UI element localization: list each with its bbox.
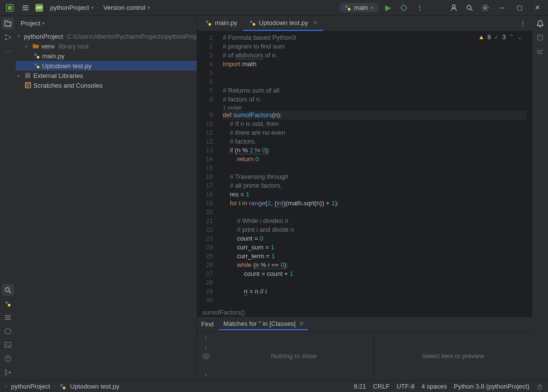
svg-point-33 <box>60 384 63 386</box>
left-toolwindow-rail: ⋯ <box>0 16 16 380</box>
app-icon[interactable] <box>4 2 16 14</box>
svg-point-3 <box>348 8 350 10</box>
tree-root[interactable]: ▾ pythonProject C:\Users\Alberto\Pycharm… <box>16 31 197 41</box>
svg-point-8 <box>5 34 7 36</box>
code-with-me-icon[interactable] <box>448 2 460 14</box>
structure-tool-icon[interactable] <box>2 31 14 43</box>
python-file-icon <box>33 52 40 59</box>
menu-icon[interactable] <box>20 2 31 14</box>
svg-point-13 <box>8 304 10 306</box>
settings-icon[interactable] <box>479 2 491 14</box>
status-interpreter[interactable]: Python 3.8 (pythonProject) <box>454 383 529 390</box>
panel-header[interactable]: Project ▾ <box>16 16 197 30</box>
code-editor[interactable]: ▲ 8 ✓ 3 ⌃ ⌄ 1234567891011121314151617181… <box>197 31 532 308</box>
minimize-button[interactable]: ─ <box>495 2 509 14</box>
close-tab-icon[interactable]: ✕ <box>313 20 317 26</box>
code-content[interactable]: # Formula based Python3# program to find… <box>217 31 532 308</box>
tree-file-main[interactable]: main.py <box>16 51 197 61</box>
run-config-selector[interactable]: main ▾ <box>339 3 378 12</box>
packages-tool-icon[interactable] <box>2 312 14 323</box>
svg-point-17 <box>5 373 7 375</box>
find-preview: Select item to preview <box>374 332 533 380</box>
nav-up-icon[interactable]: ⌃ <box>509 33 514 41</box>
svg-rect-1 <box>8 6 12 10</box>
svg-point-6 <box>467 5 471 9</box>
status-project[interactable]: pythonProject <box>11 383 51 390</box>
database-icon[interactable] <box>534 31 546 43</box>
services-tool-icon[interactable] <box>2 325 14 337</box>
python-console-icon[interactable] <box>2 298 14 310</box>
vcs-label: Version control <box>104 4 146 11</box>
tree-venv[interactable]: ▸ venv library root <box>16 41 197 51</box>
warning-icon: ▲ <box>478 33 485 41</box>
status-encoding[interactable]: UTF-8 <box>396 383 415 390</box>
tree-scratches[interactable]: ▸ Scratches and Consoles <box>16 80 197 90</box>
project-tool-icon[interactable] <box>2 18 14 29</box>
editor-area: main.py Uptodown test.py ✕ ⋮ ▲ 8 ✓ 3 ⌃ ⌄… <box>197 16 532 380</box>
warning-count: 8 <box>488 33 491 41</box>
status-indent[interactable]: 4 spaces <box>421 383 447 390</box>
tree-hint: C:\Users\Alberto\PycharmProjects\pythonP… <box>67 33 197 40</box>
more-tool-icon[interactable]: ⋯ <box>2 45 14 57</box>
status-position[interactable]: 9:21 <box>354 383 366 390</box>
notifications-icon[interactable] <box>534 18 546 29</box>
panel-title: Project <box>21 20 40 27</box>
tree-label: External Libraries <box>33 72 83 79</box>
tree-external[interactable]: ▸ External Libraries <box>16 71 197 80</box>
expand-icon[interactable]: ▸ <box>18 73 23 78</box>
search-tool-icon[interactable] <box>2 284 14 296</box>
lock-icon[interactable] <box>536 383 543 390</box>
terminal-tool-icon[interactable] <box>2 339 14 351</box>
svg-rect-35 <box>538 386 542 389</box>
chevron-down-icon: ▾ <box>42 21 45 26</box>
svg-rect-25 <box>29 73 30 78</box>
editor-breadcrumb[interactable]: sumofFactors() <box>197 308 532 317</box>
project-dropdown[interactable]: pythonProject ▾ <box>47 3 97 12</box>
project-name: pythonProject <box>50 4 89 11</box>
vcs-dropdown[interactable]: Version control ▾ <box>101 3 153 12</box>
scratch-icon <box>25 82 31 89</box>
expand-results-icon[interactable]: › <box>205 371 207 378</box>
svg-point-4 <box>401 5 406 10</box>
expand-icon[interactable]: ▸ <box>26 44 30 49</box>
library-icon <box>25 72 31 79</box>
python-file-icon <box>33 62 40 69</box>
tab-uptodown[interactable]: Uptodown test.py ✕ <box>243 16 323 31</box>
vcs-tool-icon[interactable] <box>2 367 14 378</box>
problems-tool-icon[interactable] <box>2 353 14 365</box>
tab-main[interactable]: main.py <box>199 16 243 31</box>
close-button[interactable]: ✕ <box>530 2 544 14</box>
find-nothing-label: Nothing to show <box>271 352 316 360</box>
nav-down-icon[interactable]: ⌄ <box>517 33 522 41</box>
more-icon[interactable]: ⋮ <box>414 2 425 14</box>
tree-file-uptodown[interactable]: Uptodown test.py <box>16 61 197 71</box>
sciview-icon[interactable] <box>534 45 546 57</box>
editor-tabs: main.py Uptodown test.py ✕ ⋮ <box>197 16 532 31</box>
inspection-widget[interactable]: ▲ 8 ✓ 3 ⌃ ⌄ <box>478 33 522 41</box>
status-separator[interactable]: CRLF <box>373 383 390 390</box>
svg-point-32 <box>538 34 543 36</box>
close-subtab-icon[interactable]: ✕ <box>299 320 304 327</box>
gutter[interactable]: 1234567891011121314151617181920212223242… <box>197 31 217 308</box>
tree-label: Uptodown test.py <box>42 62 91 70</box>
find-panel: Find Matches for '' in [Classes] ✕ ↑ ↓ › <box>197 317 532 380</box>
project-panel: Project ▾ ▾ pythonProject C:\Users\Alber… <box>16 16 197 380</box>
find-tab[interactable]: Find <box>201 318 213 330</box>
expand-icon[interactable]: ▾ <box>18 34 20 39</box>
watch-icon[interactable] <box>202 352 210 360</box>
svg-point-22 <box>37 66 39 68</box>
python-icon <box>344 4 351 11</box>
svg-point-31 <box>205 355 207 357</box>
debug-button[interactable] <box>398 2 410 14</box>
prev-result-icon[interactable]: ↑ <box>204 334 208 341</box>
maximize-button[interactable]: ▢ <box>513 2 526 14</box>
next-result-icon[interactable]: ↓ <box>204 343 208 350</box>
svg-point-5 <box>452 5 455 8</box>
topbar: PP pythonProject ▾ Version control ▾ mai… <box>0 0 548 16</box>
tabs-more-icon[interactable]: ⋮ <box>517 18 528 29</box>
status-file[interactable]: Uptodown test.py <box>70 383 119 390</box>
run-button[interactable]: ▶ <box>382 2 394 14</box>
svg-point-34 <box>63 387 65 389</box>
find-subtab[interactable]: Matches for '' in [Classes] ✕ <box>219 318 308 330</box>
search-icon[interactable] <box>464 2 475 14</box>
